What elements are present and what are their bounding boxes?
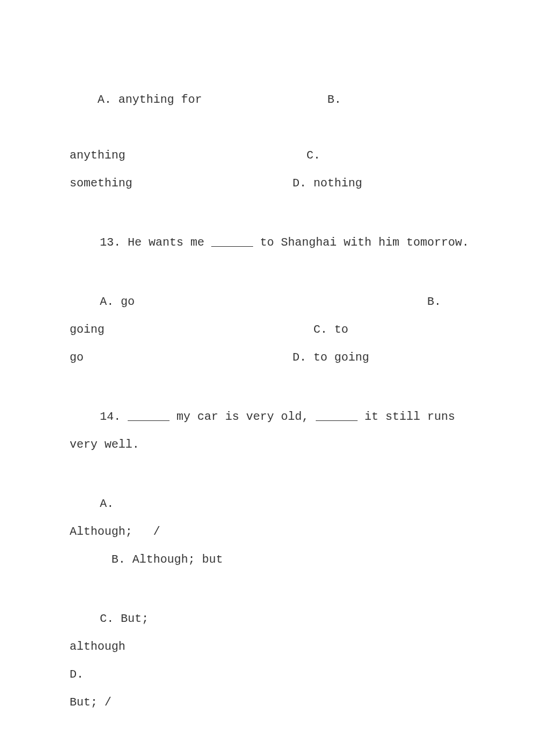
q14-line1: A.	[70, 490, 470, 518]
question-12-options: A. anything for B. anything C. something…	[70, 58, 470, 197]
q14-stem: 14. ______ my car is very old, ______ it…	[70, 403, 470, 459]
question-14-options-cd: C. But; although D. But; /	[70, 605, 470, 717]
q12-line2: anything C.	[70, 142, 470, 170]
q14-line2: Although; /	[70, 518, 470, 546]
q14-line5: although D.	[70, 633, 470, 689]
q12-optB-label: B.	[327, 93, 341, 106]
question-14-options-ab: A. Although; / B. Although; but	[70, 490, 470, 574]
q13-stem: 13. He wants me ______ to Shanghai with …	[70, 229, 470, 257]
q13-line3: go D. to going	[70, 344, 470, 372]
question-15: 15. —My mother is ill, so I have to look…	[70, 748, 470, 756]
q13-line2: going C. to	[70, 316, 470, 344]
q12-gap1	[202, 93, 327, 106]
q15-stem: 15. —My mother is ill, so I have to look…	[70, 748, 470, 756]
q12-line1: A. anything for B.	[70, 58, 470, 142]
q12-optA: A. anything for	[98, 93, 202, 106]
q13-line1: A. go B.	[70, 288, 470, 316]
question-13-options: A. go B. going C. to go D. to going	[70, 288, 470, 372]
q14-line4: C. But;	[70, 605, 470, 633]
q12-line3: something D. nothing	[70, 170, 470, 197]
q14-line3: B. Although; but	[70, 546, 470, 574]
question-13: 13. He wants me ______ to Shanghai with …	[70, 229, 470, 257]
question-14: 14. ______ my car is very old, ______ it…	[70, 403, 470, 459]
q14-line6: But; /	[70, 689, 470, 717]
